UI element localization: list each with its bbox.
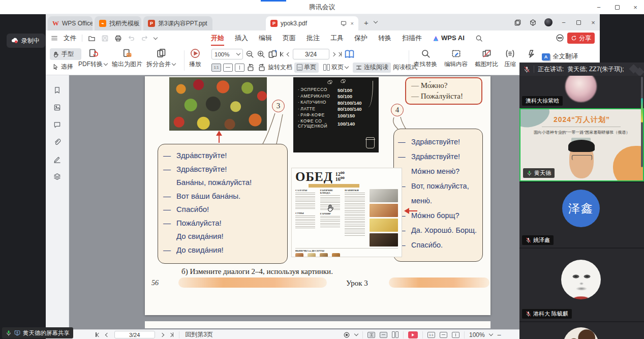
zoom-in-icon[interactable] bbox=[257, 50, 265, 58]
zoom-out-icon[interactable] bbox=[246, 50, 254, 58]
layers-icon[interactable] bbox=[53, 173, 61, 180]
menu-insert[interactable]: 插入 bbox=[235, 30, 248, 46]
menu-wps-ai[interactable]: WPS AI bbox=[433, 30, 465, 46]
participant-tile[interactable]: 泽鑫 姚泽鑫 bbox=[519, 181, 644, 248]
tab-docer-templates[interactable]: ⌁ 找稻壳模板 bbox=[95, 16, 141, 30]
search-icon[interactable] bbox=[475, 35, 483, 42]
workspace-box-icon[interactable] bbox=[529, 19, 537, 26]
menu-page[interactable]: 页面 bbox=[283, 30, 296, 46]
statusbar-zoom-value[interactable]: 100% bbox=[469, 331, 485, 338]
undo-icon[interactable] bbox=[128, 35, 135, 42]
recording-button[interactable]: 录制中 bbox=[7, 34, 45, 48]
feedback-icon[interactable] bbox=[556, 34, 564, 42]
compress-button[interactable]: 压缩 bbox=[504, 49, 516, 68]
close-tab-icon[interactable]: × bbox=[351, 20, 354, 26]
split-merge-button[interactable]: 拆分合并 bbox=[146, 48, 175, 69]
history-chevron-icon[interactable] bbox=[154, 35, 158, 39]
first-page-button[interactable] bbox=[280, 52, 285, 56]
last-page-button[interactable] bbox=[169, 332, 174, 337]
rotate-right-icon[interactable] bbox=[257, 63, 266, 72]
thumbnails-icon[interactable] bbox=[53, 104, 61, 111]
assistant-tool-button[interactable] bbox=[527, 49, 537, 59]
new-tab-button[interactable]: + bbox=[364, 18, 369, 27]
attachment-icon[interactable] bbox=[53, 138, 61, 146]
actual-size-button[interactable]: 1:1 bbox=[211, 64, 221, 72]
screenshot-compare-button[interactable]: 截图对比 bbox=[475, 49, 498, 68]
share-button[interactable]: 分享 bbox=[567, 33, 595, 44]
double-page-view-button[interactable] bbox=[392, 331, 398, 338]
next-page-button[interactable] bbox=[331, 52, 335, 56]
continuous-view-button[interactable] bbox=[367, 332, 375, 338]
participant-tile-partial[interactable] bbox=[519, 321, 644, 339]
menu-protect[interactable]: 保护 bbox=[354, 30, 367, 46]
view-eye-icon[interactable] bbox=[343, 331, 350, 338]
pdf-convert-button[interactable]: PDF转换 bbox=[78, 48, 107, 69]
rotate-doc-label[interactable]: 旋转文档 bbox=[268, 63, 292, 72]
sidebar-scrollbar[interactable] bbox=[641, 77, 643, 167]
find-replace-button[interactable]: 查找替换 bbox=[414, 49, 437, 68]
file-menu[interactable]: 文件 bbox=[64, 34, 76, 43]
edit-content-button[interactable]: 编辑内容 bbox=[444, 49, 468, 68]
tab-wps-office[interactable]: W WPS Office bbox=[48, 16, 93, 30]
back-to-page-button[interactable]: 回到第3页 bbox=[185, 330, 213, 339]
export-image-button[interactable]: 输出为图片 bbox=[112, 48, 142, 69]
menu-scan[interactable]: 扫描件 bbox=[402, 30, 422, 46]
next-page-button[interactable] bbox=[160, 332, 164, 336]
zoom-out-minus[interactable]: − bbox=[497, 331, 501, 339]
single-page-view-button[interactable] bbox=[380, 332, 387, 338]
hand-tool-button[interactable]: 手型 bbox=[50, 48, 81, 60]
comments-icon[interactable] bbox=[53, 121, 61, 129]
full-text-translate-button[interactable]: A 全文翻译 bbox=[542, 52, 578, 61]
save-icon[interactable] bbox=[101, 35, 109, 42]
participant-tile[interactable]: 港科大 陈毓麒 bbox=[519, 248, 644, 321]
zoom-chevron-icon[interactable] bbox=[488, 332, 493, 336]
previous-page-button[interactable] bbox=[105, 332, 109, 336]
tab-pdf-document-active[interactable]: P ypok3.pdf × bbox=[266, 16, 358, 30]
wps-restore-icon[interactable] bbox=[575, 19, 582, 26]
menu-tools[interactable]: 工具 bbox=[330, 30, 344, 46]
menu-convert[interactable]: 转换 bbox=[378, 30, 391, 46]
continuous-read-button[interactable]: 连续阅读 bbox=[353, 63, 391, 73]
participant-tile[interactable]: 澳科大徐紫晗 bbox=[519, 76, 644, 108]
tab-list-chevron-icon[interactable] bbox=[374, 19, 378, 23]
hamburger-menu-icon[interactable] bbox=[51, 35, 58, 42]
double-page-button[interactable]: 双页 bbox=[321, 63, 351, 73]
fit-page-button[interactable] bbox=[235, 64, 244, 72]
account-avatar[interactable] bbox=[544, 18, 553, 26]
fit-width-button[interactable] bbox=[440, 332, 447, 338]
rotate-left-icon[interactable] bbox=[247, 63, 255, 72]
fit-width-button[interactable] bbox=[223, 64, 233, 72]
swap-pages-icon[interactable] bbox=[268, 49, 278, 59]
close-icon[interactable]: × bbox=[632, 4, 639, 11]
print-icon[interactable] bbox=[114, 35, 122, 42]
play-slideshow-button[interactable]: 播放 bbox=[189, 48, 201, 69]
wps-minimize-icon[interactable]: − bbox=[560, 19, 567, 26]
mic-muted-icon[interactable] bbox=[524, 66, 530, 73]
open-folder-icon[interactable] bbox=[88, 35, 96, 42]
menu-home[interactable]: 开始 bbox=[211, 30, 224, 46]
redo-icon[interactable] bbox=[141, 35, 148, 42]
menu-comment[interactable]: 批注 bbox=[306, 30, 320, 46]
previous-page-button[interactable] bbox=[286, 52, 290, 56]
single-page-button[interactable]: 单页 bbox=[294, 63, 319, 73]
first-page-button[interactable] bbox=[96, 332, 100, 337]
zoom-select[interactable]: 100% bbox=[211, 49, 243, 59]
present-on-screen-icon[interactable] bbox=[341, 20, 347, 26]
restore-icon[interactable] bbox=[614, 4, 621, 11]
page-number-input[interactable] bbox=[293, 49, 329, 59]
tab-ppt-document[interactable]: P 第3课内容PPT.ppt bbox=[143, 16, 212, 30]
participant-tile-active-speaker[interactable]: 2024“万人计划” 面向小语种专业的“一带一路”国家暑期研修班（俄语） 黄天德 bbox=[519, 108, 644, 181]
bookmark-icon[interactable] bbox=[53, 86, 61, 94]
menu-edit[interactable]: 编辑 bbox=[259, 30, 272, 46]
select-tool-button[interactable]: 选择 bbox=[50, 61, 81, 73]
pen-annotate-icon[interactable] bbox=[53, 156, 61, 163]
read-book-icon[interactable] bbox=[344, 49, 355, 59]
actual-size-button[interactable]: 1:1 bbox=[427, 332, 435, 338]
play-button[interactable] bbox=[408, 331, 418, 338]
fit-page-button[interactable] bbox=[452, 332, 459, 338]
view-options-chevron-icon[interactable] bbox=[354, 332, 358, 336]
screen-share-indicator[interactable]: 黄天德的屏幕共享 bbox=[2, 327, 73, 338]
split-view-icon[interactable] bbox=[514, 19, 522, 26]
minimize-icon[interactable]: − bbox=[595, 4, 602, 11]
wps-close-icon[interactable]: × bbox=[590, 19, 597, 26]
